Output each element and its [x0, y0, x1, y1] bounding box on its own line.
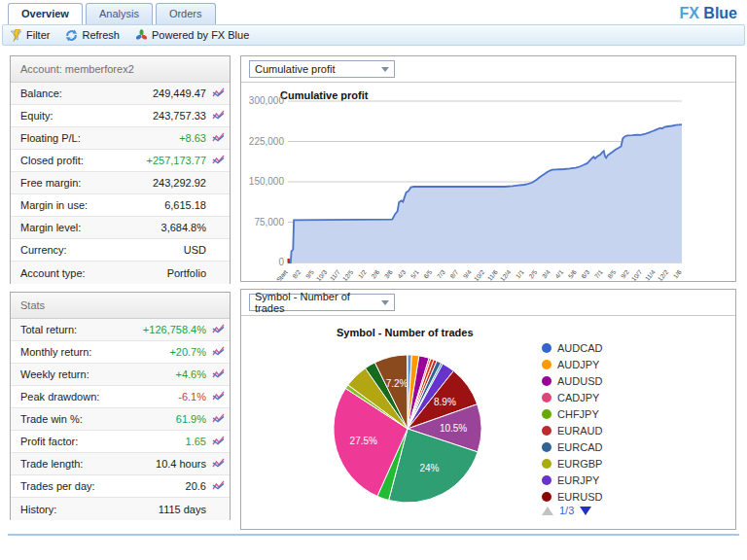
legend-page-down-icon[interactable] — [580, 507, 591, 515]
refresh-button[interactable]: Refresh — [65, 29, 120, 42]
x-axis-tick-label: 11/7 — [329, 268, 341, 281]
row-label: Account type: — [20, 267, 167, 279]
tab-orders[interactable]: Orders — [156, 3, 216, 24]
y-axis-tick-label: 225,000 — [249, 136, 285, 147]
x-axis-tick-label: 6/3 — [580, 268, 590, 280]
pie-chart-type-select[interactable]: Symbol - Number of trades — [249, 294, 395, 311]
legend-item: EURCAD — [542, 438, 602, 455]
row-label: Margin in use: — [20, 199, 164, 211]
mini-chart-icon[interactable] — [206, 132, 225, 144]
x-axis-tick-label: 3/4 — [541, 268, 551, 280]
row-value: +126,758.4% — [143, 324, 206, 335]
legend-swatch-icon — [542, 475, 551, 485]
row-value: 249,449.47 — [153, 88, 206, 99]
mini-chart-icon[interactable] — [206, 436, 225, 447]
x-axis-tick-label: 4/1 — [553, 268, 564, 280]
row-value: Portfolio — [167, 267, 206, 279]
row-label: Trade win %: — [20, 413, 176, 425]
pie-slice-label: 10.5% — [440, 423, 467, 434]
legend-swatch-icon — [542, 343, 551, 353]
icon-spacer — [206, 199, 225, 211]
account-panel-title: Account: memberforex2 — [11, 56, 230, 83]
legend-label: EURUSD — [557, 491, 602, 503]
cumulative-profit-chart: 075,000150,000225,000300,000Start8/29/51… — [243, 83, 735, 281]
filter-icon — [10, 29, 22, 42]
legend-page-up-icon[interactable] — [542, 507, 553, 515]
row-value: 243,757.33 — [153, 110, 206, 122]
account-rows: Balance:249,449.47Equity:243,757.33Float… — [11, 83, 230, 284]
row-value: +20.7% — [169, 346, 206, 358]
row-label: Equity: — [20, 110, 153, 122]
x-axis-tick-label: 8/7 — [448, 268, 459, 280]
x-axis-tick-label: 8/2 — [291, 268, 302, 280]
origin-marker — [288, 259, 290, 263]
stats-row: History:1115 days — [11, 498, 230, 520]
powered-by-label: Powered by FX Blue — [152, 29, 249, 41]
legend-pager: 1/3 — [542, 505, 591, 516]
y-axis-tick-label: 150,000 — [249, 176, 285, 187]
legend-swatch-icon — [542, 426, 551, 436]
tab-overview[interactable]: Overview — [8, 3, 83, 24]
profit-chart-type-select[interactable]: Cumulative profit — [249, 60, 395, 78]
icon-spacer — [206, 222, 225, 233]
x-axis-tick-label: 11/6 — [486, 268, 499, 281]
filter-button[interactable]: Filter — [10, 29, 50, 42]
icon-spacer — [206, 244, 225, 256]
account-row: Margin level:3,684.8% — [11, 217, 230, 239]
account-row: Currency:USD — [11, 239, 230, 262]
row-value: 20.6 — [186, 480, 206, 492]
mini-chart-icon[interactable] — [206, 413, 225, 425]
legend-label: CADJPY — [557, 392, 599, 403]
row-value: 6,615.18 — [164, 199, 206, 211]
legend-swatch-icon — [542, 409, 551, 419]
mini-chart-icon[interactable] — [206, 368, 225, 380]
account-row: Balance:249,449.47 — [11, 83, 230, 105]
x-axis-tick-label: 12/2 — [657, 268, 670, 281]
x-axis-tick-label: 12/5 — [341, 268, 355, 281]
filter-label: Filter — [26, 29, 50, 41]
legend-label: EURGBP — [557, 458, 602, 470]
mini-chart-icon[interactable] — [206, 346, 225, 358]
legend-item: EURUSD — [542, 488, 602, 505]
row-value: 3,684.8% — [161, 222, 206, 233]
legend-label: EURAUD — [557, 425, 602, 437]
mini-chart-icon[interactable] — [206, 324, 225, 335]
cumulative-profit-panel: Cumulative profit Cumulative profit 075,… — [240, 55, 736, 282]
x-axis-tick-label: 12/4 — [499, 268, 513, 281]
row-label: Currency: — [20, 244, 184, 256]
account-panel: Account: memberforex2 Balance:249,449.47… — [10, 55, 231, 284]
row-value: USD — [184, 244, 206, 256]
stats-rows: Total return:+126,758.4%Monthly return:+… — [11, 319, 230, 520]
legend-item: AUDUSD — [542, 372, 602, 389]
legend-item: CADJPY — [542, 389, 602, 405]
account-row: Account type:Portfolio — [11, 262, 230, 284]
row-value: +8.63 — [179, 132, 206, 144]
mini-chart-icon[interactable] — [206, 480, 225, 492]
fx-blue-logo: FX Blue — [679, 5, 737, 22]
legend-item: CHFJPY — [542, 405, 602, 422]
legend-swatch-icon — [542, 459, 551, 469]
stats-row: Total return:+126,758.4% — [11, 319, 230, 341]
row-value: 1115 days — [159, 504, 206, 515]
tab-analysis[interactable]: Analysis — [86, 3, 153, 24]
mini-chart-icon[interactable] — [206, 391, 225, 402]
legend-swatch-icon — [542, 393, 551, 402]
x-axis-tick-label: 5/1 — [409, 268, 420, 280]
stats-row: Profit factor:1.65 — [11, 431, 230, 453]
area-fill — [288, 124, 682, 262]
row-value: 10.4 hours — [156, 458, 206, 470]
row-value: +4.6% — [176, 368, 207, 380]
y-axis-tick-label: 75,000 — [254, 217, 284, 228]
symbol-trades-panel: Symbol - Number of trades Symbol - Numbe… — [240, 289, 736, 530]
row-label: Monthly return: — [20, 346, 169, 358]
symbol-trades-pie-chart: 8.9%10.5%24%27.5%7.2% — [310, 328, 505, 524]
refresh-icon — [65, 29, 78, 42]
mini-chart-icon[interactable] — [206, 155, 225, 166]
pie-chart-type-value: Symbol - Number of trades — [255, 291, 381, 314]
row-value: 61.9% — [176, 413, 206, 425]
bottom-divider — [8, 534, 739, 536]
powered-by-link[interactable]: Powered by FX Blue — [135, 29, 249, 42]
mini-chart-icon[interactable] — [206, 458, 225, 470]
mini-chart-icon[interactable] — [206, 110, 225, 122]
mini-chart-icon[interactable] — [206, 88, 225, 99]
